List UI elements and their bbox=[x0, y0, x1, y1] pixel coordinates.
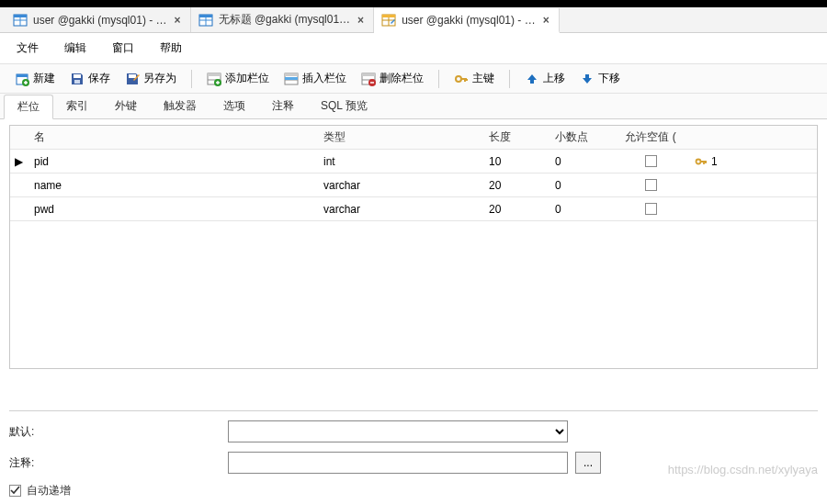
button-label: 添加栏位 bbox=[225, 71, 269, 86]
cell-decimals[interactable]: 0 bbox=[548, 155, 614, 168]
subtab-sqlpreview[interactable]: SQL 预览 bbox=[308, 94, 381, 118]
cell-length[interactable]: 10 bbox=[481, 155, 548, 168]
col-decimals[interactable]: 小数点 bbox=[548, 129, 614, 145]
deletefield-icon bbox=[361, 72, 376, 86]
fields-grid-wrap: 名 类型 长度 小数点 允许空值 ( ▶ pid int 10 0 1 name… bbox=[0, 119, 827, 369]
button-label: 删除栏位 bbox=[380, 71, 424, 86]
table-icon bbox=[13, 13, 28, 28]
allownull-checkbox[interactable] bbox=[645, 179, 657, 191]
svg-rect-16 bbox=[74, 80, 80, 84]
col-length[interactable]: 长度 bbox=[481, 129, 548, 145]
window-tab-1[interactable]: 无标题 @gakki (mysql01… × bbox=[191, 7, 375, 32]
tab-label: user @gakki (mysql01) - … bbox=[33, 14, 167, 27]
close-icon[interactable]: × bbox=[541, 14, 551, 27]
svg-rect-1 bbox=[14, 15, 27, 17]
row-marker-icon: ▶ bbox=[10, 155, 27, 168]
ellipsis-icon: ... bbox=[583, 456, 593, 469]
svg-point-31 bbox=[697, 159, 701, 163]
button-label: 上移 bbox=[543, 71, 565, 86]
window-tabs: user @gakki (mysql01) - … × 无标题 @gakki (… bbox=[0, 7, 827, 33]
primarykey-button[interactable]: 主键 bbox=[448, 68, 500, 89]
tab-label: user @gakki (mysql01) - … bbox=[402, 14, 536, 27]
col-name[interactable]: 名 bbox=[27, 129, 316, 145]
subtab-fk[interactable]: 外键 bbox=[102, 94, 151, 118]
grid-row[interactable]: ▶ pid int 10 0 1 bbox=[10, 150, 817, 174]
allownull-checkbox[interactable] bbox=[645, 203, 657, 215]
window-tab-0[interactable]: user @gakki (mysql01) - … × bbox=[6, 7, 191, 32]
close-icon[interactable]: × bbox=[356, 14, 366, 27]
new-button[interactable]: 新建 bbox=[9, 68, 61, 89]
cell-decimals[interactable]: 0 bbox=[548, 203, 614, 216]
menu-file[interactable]: 文件 bbox=[17, 40, 39, 56]
svg-rect-27 bbox=[362, 73, 375, 76]
svg-rect-19 bbox=[208, 73, 221, 76]
grid-row[interactable]: name varchar 20 0 bbox=[10, 174, 817, 197]
cell-name[interactable]: pid bbox=[27, 155, 316, 168]
titlebar bbox=[0, 0, 827, 7]
separator bbox=[509, 70, 510, 88]
addfield-button[interactable]: 添加栏位 bbox=[201, 68, 275, 89]
col-type[interactable]: 类型 bbox=[316, 129, 481, 145]
separator bbox=[438, 70, 439, 88]
menu-help[interactable]: 帮助 bbox=[160, 40, 182, 56]
button-label: 另存为 bbox=[143, 71, 176, 86]
saveas-icon bbox=[125, 72, 140, 86]
table-icon bbox=[198, 13, 213, 28]
design-tabs: 栏位 索引 外键 触发器 选项 注释 SQL 预览 bbox=[0, 94, 827, 119]
save-button[interactable]: 保存 bbox=[64, 68, 116, 89]
cell-type[interactable]: varchar bbox=[316, 179, 481, 192]
tab-label: 无标题 @gakki (mysql01… bbox=[219, 12, 351, 28]
toolbar: 新建 保存 另存为 添加栏位 插入栏位 删除栏位 主键 上移 下移 bbox=[0, 64, 827, 94]
subtab-trigger[interactable]: 触发器 bbox=[151, 94, 210, 118]
new-icon bbox=[15, 72, 29, 86]
grid-row[interactable]: pwd varchar 20 0 bbox=[10, 197, 817, 221]
svg-rect-15 bbox=[74, 74, 81, 78]
cell-type[interactable]: varchar bbox=[316, 203, 481, 216]
save-icon bbox=[70, 72, 85, 86]
insertfield-button[interactable]: 插入栏位 bbox=[278, 68, 352, 89]
button-label: 保存 bbox=[88, 71, 110, 86]
default-label: 默认: bbox=[9, 424, 221, 440]
svg-rect-13 bbox=[17, 74, 28, 77]
button-label: 插入栏位 bbox=[302, 71, 346, 86]
insertfield-icon bbox=[284, 72, 299, 86]
menu-window[interactable]: 窗口 bbox=[112, 40, 134, 56]
col-allownull[interactable]: 允许空值 ( bbox=[614, 129, 687, 145]
svg-rect-17 bbox=[129, 74, 136, 78]
autoinc-checkbox[interactable] bbox=[9, 485, 21, 497]
menubar: 文件 编辑 窗口 帮助 bbox=[0, 33, 827, 64]
svg-point-30 bbox=[456, 76, 461, 82]
addfield-icon bbox=[207, 72, 221, 86]
separator bbox=[191, 70, 192, 88]
subtab-comment[interactable]: 注释 bbox=[259, 94, 308, 118]
window-tab-2[interactable]: user @gakki (mysql01) - … × bbox=[374, 8, 560, 33]
cell-decimals[interactable]: 0 bbox=[548, 179, 614, 192]
menu-edit[interactable]: 编辑 bbox=[64, 40, 86, 56]
autoinc-label: 自动递增 bbox=[27, 483, 71, 498]
allownull-checkbox[interactable] bbox=[645, 155, 657, 167]
deletefield-button[interactable]: 删除栏位 bbox=[356, 68, 429, 89]
browse-button[interactable]: ... bbox=[575, 452, 601, 474]
cell-length[interactable]: 20 bbox=[481, 179, 548, 192]
subtab-index[interactable]: 索引 bbox=[53, 94, 102, 118]
cell-type[interactable]: int bbox=[316, 155, 481, 168]
subtab-fields[interactable]: 栏位 bbox=[4, 95, 53, 119]
svg-rect-25 bbox=[285, 77, 298, 80]
movedown-button[interactable]: 下移 bbox=[574, 68, 626, 89]
comment-input[interactable] bbox=[228, 452, 568, 474]
button-label: 下移 bbox=[598, 71, 620, 86]
moveup-button[interactable]: 上移 bbox=[519, 68, 571, 89]
grid-empty-area[interactable] bbox=[10, 221, 817, 368]
cell-length[interactable]: 20 bbox=[481, 203, 548, 216]
svg-rect-9 bbox=[382, 15, 395, 17]
button-label: 主键 bbox=[472, 71, 494, 86]
close-icon[interactable]: × bbox=[173, 14, 183, 27]
arrow-down-icon bbox=[580, 72, 595, 86]
default-select[interactable] bbox=[228, 420, 568, 442]
saveas-button[interactable]: 另存为 bbox=[119, 68, 182, 89]
cell-name[interactable]: name bbox=[27, 179, 316, 192]
svg-rect-5 bbox=[199, 15, 212, 17]
cell-name[interactable]: pwd bbox=[27, 203, 316, 216]
fields-grid: 名 类型 长度 小数点 允许空值 ( ▶ pid int 10 0 1 name… bbox=[9, 125, 818, 369]
subtab-options[interactable]: 选项 bbox=[210, 94, 259, 118]
